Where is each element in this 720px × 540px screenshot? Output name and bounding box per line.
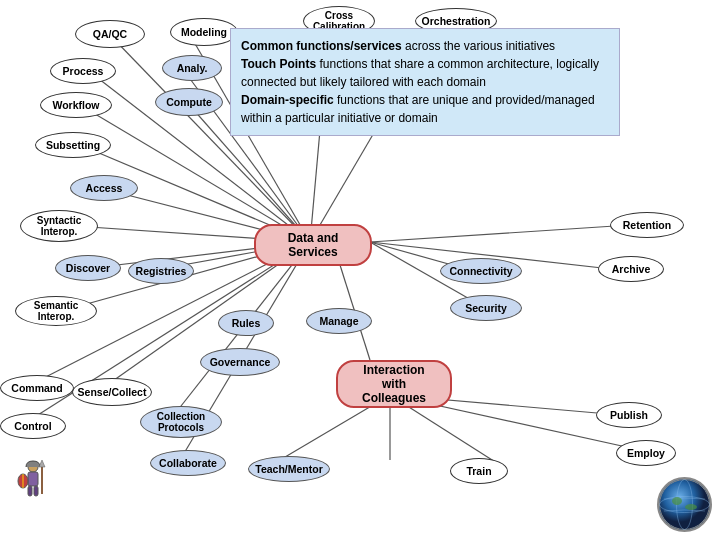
employ-node[interactable]: Employ <box>616 440 676 466</box>
governance-node[interactable]: Governance <box>200 348 280 376</box>
globe-icon <box>657 477 712 532</box>
retention-node[interactable]: Retention <box>610 212 684 238</box>
domain-specific-label: Domain-specific <box>241 93 334 107</box>
common-functions-label: Common functions/services <box>241 39 402 53</box>
compute-node[interactable]: Compute <box>155 88 223 116</box>
rules-node[interactable]: Rules <box>218 310 274 336</box>
svg-rect-35 <box>28 472 38 486</box>
registries-node[interactable]: Registries <box>128 258 194 284</box>
control-node[interactable]: Control <box>0 413 66 439</box>
collection-protocols-node[interactable]: Collection Protocols <box>140 406 222 438</box>
workflow-node[interactable]: Workflow <box>40 92 112 118</box>
svg-point-33 <box>685 504 697 510</box>
security-node[interactable]: Security <box>450 295 522 321</box>
manage-node[interactable]: Manage <box>306 308 372 334</box>
warrior-icon <box>10 457 55 502</box>
modeling-node[interactable]: Modeling <box>170 18 238 46</box>
command-node[interactable]: Command <box>0 375 74 401</box>
interaction-colleagues-node[interactable]: Interaction with Colleagues <box>336 360 452 408</box>
discover-node[interactable]: Discover <box>55 255 121 281</box>
info-box: Common functions/services across the var… <box>230 28 620 136</box>
data-services-node[interactable]: Data and Services <box>254 224 372 266</box>
svg-rect-38 <box>28 486 32 496</box>
archive-node[interactable]: Archive <box>598 256 664 282</box>
access-node[interactable]: Access <box>70 175 138 201</box>
subsetting-node[interactable]: Subsetting <box>35 132 111 158</box>
svg-marker-41 <box>39 460 45 467</box>
semantic-interop-node[interactable]: Semantic Interop. <box>15 296 97 326</box>
teach-mentor-node[interactable]: Teach/Mentor <box>248 456 330 482</box>
svg-point-32 <box>672 497 682 505</box>
svg-rect-39 <box>34 486 38 496</box>
svg-line-21 <box>370 225 630 242</box>
connectivity-node[interactable]: Connectivity <box>440 258 522 284</box>
analysis-node[interactable]: Analy. <box>162 55 222 81</box>
collaborate-node[interactable]: Collaborate <box>150 450 226 476</box>
syntactic-interop-node[interactable]: Syntactic Interop. <box>20 210 98 242</box>
process-node[interactable]: Process <box>50 58 116 84</box>
publish-node[interactable]: Publish <box>596 402 662 428</box>
svg-point-29 <box>660 480 710 530</box>
train-node[interactable]: Train <box>450 458 508 484</box>
touch-points-label: Touch Points <box>241 57 316 71</box>
sense-collect-node[interactable]: Sense/Collect <box>72 378 152 406</box>
qaqc-node[interactable]: QA/QC <box>75 20 145 48</box>
